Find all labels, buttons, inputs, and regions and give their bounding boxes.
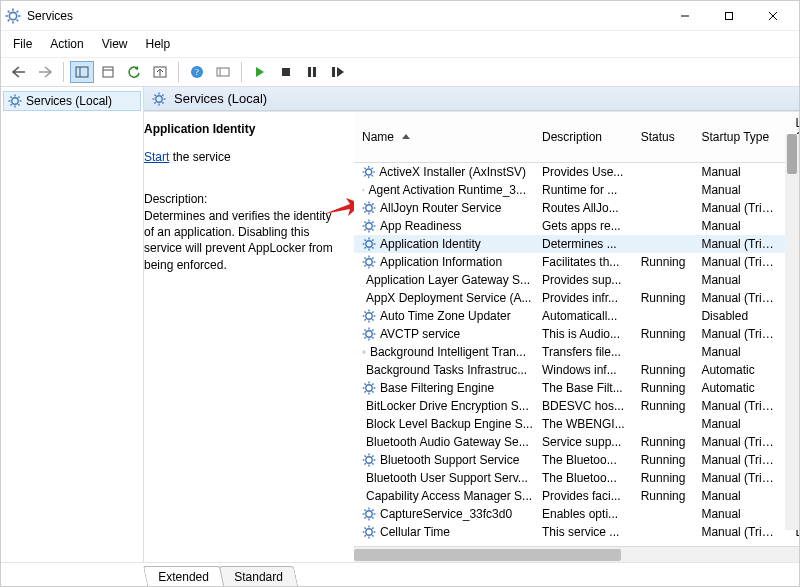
service-status-cell: Running [633,433,694,451]
table-row[interactable]: Auto Time Zone UpdaterAutomaticall...Dis… [354,307,799,325]
column-startup-type[interactable]: Startup Type [693,112,787,163]
table-row[interactable]: Bluetooth Audio Gateway Se...Service sup… [354,433,799,451]
properties-button[interactable] [96,61,120,83]
back-button[interactable] [7,61,31,83]
service-status-cell [633,217,694,235]
service-status-cell: Running [633,397,694,415]
sidebar-item-label: Services (Local) [26,94,112,108]
services-table[interactable]: Name Description Status Startup Type Log… [354,112,799,541]
table-row[interactable]: Block Level Backup Engine S...The WBENGI… [354,415,799,433]
service-name-cell: AVCTP service [354,325,534,343]
service-desc-cell: Transfers file... [534,343,633,361]
horizontal-scrollbar-thumb[interactable] [354,549,621,561]
start-service-button[interactable] [248,61,272,83]
export-list-button[interactable] [148,61,172,83]
service-status-cell [633,181,694,199]
table-row[interactable]: AllJoyn Router ServiceRoutes AllJo...Man… [354,199,799,217]
service-status-cell [633,199,694,217]
services-app-icon [5,8,21,24]
vertical-scrollbar-thumb[interactable] [787,134,797,174]
column-name[interactable]: Name [354,112,534,163]
service-name-cell: AppX Deployment Service (A... [354,289,534,307]
service-status-cell: Running [633,451,694,469]
table-row[interactable]: Capability Access Manager S...Provides f… [354,487,799,505]
column-status[interactable]: Status [633,112,694,163]
pause-service-button[interactable] [300,61,324,83]
table-row[interactable]: App ReadinessGets apps re...ManualLoc [354,217,799,235]
selected-service-title: Application Identity [144,122,344,136]
pane-header: Services (Local) [144,87,799,111]
close-button[interactable] [751,2,795,30]
gear-icon [362,237,376,251]
service-startup-cell: Automatic [693,379,787,397]
table-row[interactable]: Cellular TimeThis service ...Manual (Tri… [354,523,799,541]
service-status-cell: Running [633,253,694,271]
sidebar-item-services-local[interactable]: Services (Local) [3,91,141,111]
service-startup-cell: Manual [693,181,787,199]
stop-service-button[interactable] [274,61,298,83]
table-row[interactable]: ActiveX Installer (AxInstSV)Provides Use… [354,163,799,182]
tab-extended[interactable]: Extended [143,566,224,586]
table-row[interactable]: Application IdentityDetermines ...Manual… [354,235,799,253]
content-area: Services (Local) Services (Local) Applic… [1,87,799,562]
horizontal-scrollbar[interactable] [354,546,799,562]
service-name-cell: Bluetooth Audio Gateway Se... [354,433,534,451]
toolbar-separator [178,62,179,82]
gear-icon [362,183,365,197]
service-desc-cell: This is Audio... [534,325,633,343]
menu-view[interactable]: View [100,35,130,53]
column-description[interactable]: Description [534,112,633,163]
service-desc-cell: Provides sup... [534,271,633,289]
service-desc-cell: Routes AllJo... [534,199,633,217]
service-desc-cell: Gets apps re... [534,217,633,235]
table-row[interactable]: Bluetooth Support ServiceThe Bluetoo...R… [354,451,799,469]
toolbar: ? [1,58,799,87]
table-row[interactable]: Base Filtering EngineThe Base Filt...Run… [354,379,799,397]
refresh-button[interactable] [122,61,146,83]
table-row[interactable]: BitLocker Drive Encryption S...BDESVC ho… [354,397,799,415]
tab-standard[interactable]: Standard [219,566,298,586]
window-title: Services [27,9,73,23]
menu-action[interactable]: Action [48,35,85,53]
service-name-cell: Block Level Backup Engine S... [354,415,534,433]
show-hide-tree-button[interactable] [70,61,94,83]
table-row[interactable]: Background Tasks Infrastruc...Windows in… [354,361,799,379]
toolbar-button[interactable] [211,61,235,83]
detail-panel: Application Identity Start the service D… [144,112,354,562]
svg-rect-22 [282,68,290,76]
service-startup-cell: Manual (Trigg... [693,253,787,271]
service-startup-cell: Manual [693,505,787,523]
vertical-scrollbar[interactable] [785,134,799,530]
service-status-cell: Running [633,379,694,397]
forward-button[interactable] [33,61,57,83]
maximize-button[interactable] [707,2,751,30]
table-row[interactable]: CaptureService_33fc3d0Enables opti...Man… [354,505,799,523]
menu-help[interactable]: Help [144,35,173,53]
menu-file[interactable]: File [11,35,34,53]
service-startup-cell: Manual (Trigg... [693,523,787,541]
titlebar: Services [1,1,799,31]
service-status-cell [633,235,694,253]
service-name-cell: Agent Activation Runtime_3... [354,181,534,199]
table-row[interactable]: AppX Deployment Service (A...Provides in… [354,289,799,307]
table-row[interactable]: Bluetooth User Support Serv...The Blueto… [354,469,799,487]
service-status-cell: Running [633,325,694,343]
table-row[interactable]: Background Intelligent Tran...Transfers … [354,343,799,361]
service-desc-cell: Enables opti... [534,505,633,523]
table-row[interactable]: Application Layer Gateway S...Provides s… [354,271,799,289]
service-startup-cell: Manual (Trigg... [693,397,787,415]
service-desc-cell: Runtime for ... [534,181,633,199]
table-row[interactable]: Agent Activation Runtime_3...Runtime for… [354,181,799,199]
svg-rect-15 [103,67,113,77]
restart-service-button[interactable] [326,61,350,83]
start-service-link[interactable]: Start [144,150,169,164]
table-row[interactable]: Application InformationFacilitates th...… [354,253,799,271]
service-status-cell: Running [633,289,694,307]
service-name-cell: AllJoyn Router Service [354,199,534,217]
help-button[interactable]: ? [185,61,209,83]
minimize-button[interactable] [663,2,707,30]
description-label: Description: [144,192,344,206]
service-startup-cell: Manual (Trigg... [693,289,787,307]
service-desc-cell: The WBENGI... [534,415,633,433]
table-row[interactable]: AVCTP serviceThis is Audio...RunningManu… [354,325,799,343]
